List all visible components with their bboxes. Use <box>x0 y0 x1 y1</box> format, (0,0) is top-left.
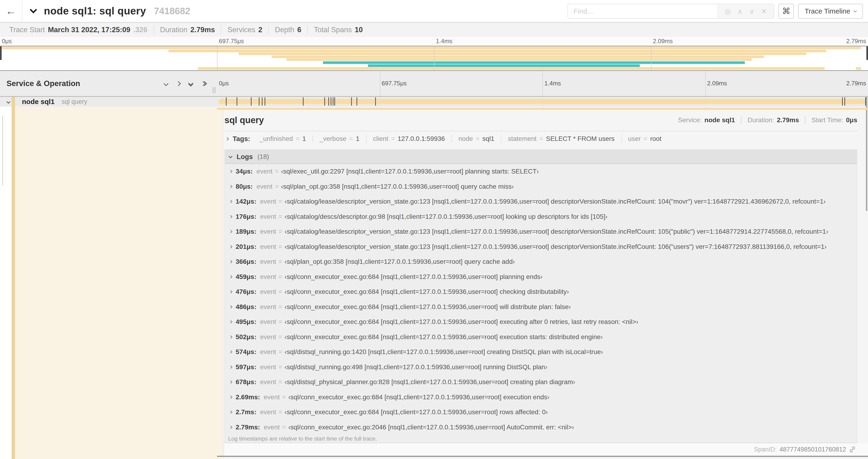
log-equals: = <box>278 408 282 416</box>
tag-item[interactable]: statement = SELECT * FROM users <box>501 135 621 142</box>
log-timestamp: 2.7ms: <box>236 408 256 416</box>
log-entry[interactable]: 678μs: event = ‹sql/distsql_physical_pla… <box>225 374 857 390</box>
log-timestamp: 176μs: <box>236 213 256 220</box>
tag-equals: = <box>391 135 395 142</box>
tag-value: 1 <box>302 135 306 142</box>
back-button[interactable]: ← <box>0 0 22 22</box>
log-entry[interactable]: 201μs: event = ‹sql/catalog/lease/descri… <box>225 239 857 255</box>
span-row[interactable]: node sql1 sql query <box>0 97 868 107</box>
log-entry[interactable]: 34μs: event = ‹sql/exec_util.go:2297 [ns… <box>225 164 857 179</box>
chevron-down-icon[interactable] <box>30 6 37 13</box>
chevron-right-icon <box>229 230 232 233</box>
expand-one-icon[interactable] <box>177 82 180 85</box>
detail-service-label: Service: <box>678 117 702 124</box>
collapse-span-icon[interactable] <box>6 100 10 104</box>
log-entry[interactable]: 2.79ms: event = ‹sql/conn_executor_exec.… <box>225 420 857 435</box>
horizontal-scrollbar[interactable] <box>217 456 868 457</box>
timeline-gridline <box>705 71 706 96</box>
timeline-tick-label: 1.4ms <box>436 38 453 45</box>
tree-guide-line <box>2 116 3 186</box>
trace-title: node sql1: sql query <box>44 5 146 17</box>
trace-timeline-minimap[interactable] <box>0 46 868 71</box>
locate-icon[interactable]: ◎ <box>724 7 731 15</box>
expand-all-icon[interactable] <box>202 82 206 85</box>
log-entry[interactable]: 80μs: event = ‹sql/plan_opt.go:358 [nsql… <box>225 179 857 194</box>
timeline-gridline <box>434 46 434 70</box>
log-entry[interactable]: 459μs: event = ‹sql/conn_executor_exec.g… <box>225 269 857 285</box>
log-entry[interactable]: 2.7ms: event = ‹sql/conn_executor_exec.g… <box>225 405 857 420</box>
log-entry[interactable]: 486μs: event = ‹sql/conn_executor_exec.g… <box>225 299 857 315</box>
log-entry[interactable]: 574μs: event = ‹sql/distsql_running.go:1… <box>225 345 857 360</box>
span-row-timeline[interactable] <box>217 97 868 107</box>
tag-key: _verbose <box>319 135 346 142</box>
find-input[interactable] <box>568 4 717 18</box>
log-field-value: ‹sql/catalog/lease/descriptor_version_st… <box>285 228 828 235</box>
clear-search-icon[interactable]: ✕ <box>761 7 767 15</box>
tag-item[interactable]: _verbose = 1 <box>312 135 366 142</box>
log-entry[interactable]: 502μs: event = ‹sql/conn_executor_exec.g… <box>225 330 857 345</box>
log-field-value: ‹sql/conn_executor_exec.go:684 [nsql1,cl… <box>285 273 542 281</box>
vertical-scrollbar[interactable] <box>866 97 867 211</box>
minimap-right-handle[interactable] <box>866 46 868 60</box>
log-timestamp: 495μs: <box>236 318 256 326</box>
log-entry[interactable]: 495μs: event = ‹sql/conn_executor_exec.g… <box>225 315 857 330</box>
next-result-icon[interactable]: ∨ <box>749 7 754 15</box>
log-entry[interactable]: 189μs: event = ‹sql/catalog/lease/descri… <box>225 224 857 239</box>
minimap-span-bar <box>0 47 861 49</box>
log-timestamp: 2.79ms: <box>236 424 260 431</box>
view-selector-label: Trace Timeline <box>805 7 850 15</box>
deep-link-icon[interactable] <box>849 446 856 453</box>
log-entry[interactable]: 597μs: event = ‹sql/distsql_running.go:4… <box>225 360 857 375</box>
timeline-tick-label: 0μs <box>2 38 12 45</box>
chevron-right-icon <box>229 200 232 203</box>
span-detail-title: sql query <box>224 115 264 125</box>
logs-toggle-header[interactable]: Logs (18) <box>225 150 857 164</box>
log-entry[interactable]: 176μs: event = ‹sql/catalog/descs/descri… <box>225 209 857 224</box>
log-marker <box>226 97 226 106</box>
detail-duration: Duration: 2.79ms <box>741 117 799 124</box>
chevron-right-icon <box>229 305 232 308</box>
minimap-left-handle[interactable] <box>0 46 2 60</box>
log-equals: = <box>278 378 282 386</box>
chevron-right-icon <box>229 381 232 384</box>
log-field-value: ‹sql/distsql_running.go:1420 [nsql1,clie… <box>285 348 603 356</box>
trace-start-value: March 31 2022, 17:25:09 <box>48 26 130 34</box>
span-row-name-cell[interactable]: node sql1 sql query <box>0 97 217 107</box>
log-entry[interactable]: 142μs: event = ‹sql/catalog/lease/descri… <box>225 194 857 209</box>
log-timestamp: 597μs: <box>236 363 256 371</box>
timeline-gridline <box>542 71 543 96</box>
total-spans-label: Total Spans <box>314 26 352 34</box>
log-timestamp: 142μs: <box>236 198 256 205</box>
timeline-gridline <box>705 97 706 107</box>
log-entry[interactable]: 366μs: event = ‹sql/plan_opt.go:358 [nsq… <box>225 254 857 269</box>
keyboard-shortcuts-button[interactable]: ⌘ <box>778 4 794 19</box>
minimap-span-bar <box>368 64 640 67</box>
log-entry[interactable]: 476μs: event = ‹sql/conn_executor_exec.g… <box>225 284 857 299</box>
tags-toggle-row[interactable]: Tags: _unfinished = 1 _verbose = 1 clien… <box>224 131 868 146</box>
span-service-name: node sql1 <box>22 98 55 106</box>
timeline-gridline <box>651 46 651 70</box>
log-equals: = <box>278 348 282 356</box>
chevron-right-icon <box>229 260 232 263</box>
log-entry[interactable]: 2.69ms: event = ‹sql/conn_executor_exec.… <box>225 390 857 405</box>
tag-key: _unfinished <box>259 135 293 142</box>
collapse-one-icon[interactable] <box>164 82 168 85</box>
log-field-key: event <box>260 318 276 326</box>
tag-item[interactable]: user = root <box>621 135 668 142</box>
services-label: Services <box>227 26 255 34</box>
trace-view-selector[interactable]: Trace Timeline <box>798 4 863 19</box>
tag-item[interactable]: client = 127.0.0.1:59936 <box>366 135 452 142</box>
log-marker <box>237 97 237 106</box>
log-field-value: ‹sql/exec_util.go:2297 [nsql1,client=127… <box>281 168 539 175</box>
collapse-all-icon[interactable] <box>189 81 192 86</box>
log-timestamp: 80μs: <box>236 183 253 190</box>
tag-item[interactable]: node = sql1 <box>452 135 501 142</box>
span-duration-bar[interactable] <box>218 99 866 104</box>
prev-result-icon[interactable]: ∧ <box>737 7 742 15</box>
log-timestamp: 201μs: <box>236 243 256 251</box>
span-id-row: SpanID: 4877749850101760812 <box>224 443 868 456</box>
column-resize-grip[interactable] <box>213 87 215 93</box>
detail-start-time-value: 0μs <box>846 117 857 124</box>
trace-services: Services 2 <box>221 26 269 34</box>
tag-item[interactable]: _unfinished = 1 <box>253 135 312 142</box>
